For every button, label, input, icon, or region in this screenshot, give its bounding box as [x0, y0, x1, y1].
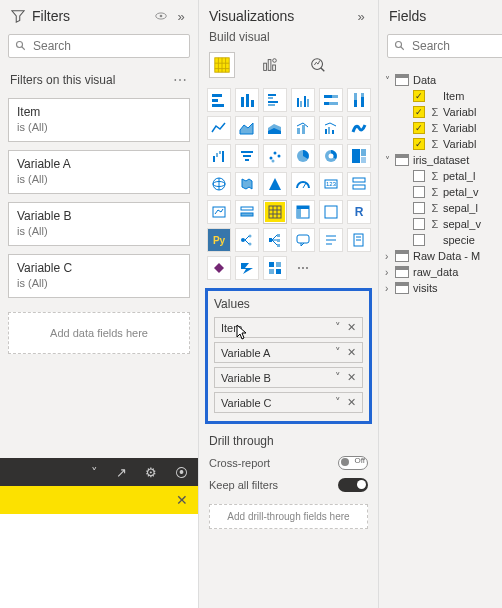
gallery-scatter[interactable] — [263, 144, 287, 168]
gallery-100-column[interactable] — [347, 88, 371, 112]
field-row[interactable]: Σsepal_v — [383, 216, 502, 232]
checkbox[interactable] — [413, 234, 425, 246]
chevron-down-icon[interactable]: ˅ — [335, 371, 341, 384]
gallery-narrative[interactable] — [319, 228, 343, 252]
gallery-line-stacked[interactable] — [291, 116, 315, 140]
table-row[interactable]: ›visits — [383, 280, 502, 296]
gallery-waterfall[interactable] — [207, 144, 231, 168]
chevron-down-icon[interactable]: ˅ — [91, 465, 98, 480]
gallery-treemap[interactable] — [347, 144, 371, 168]
expand-icon[interactable]: › — [385, 283, 395, 294]
checkbox[interactable] — [413, 170, 425, 182]
build-tab[interactable] — [209, 52, 235, 78]
gallery-kpi[interactable] — [207, 200, 231, 224]
gallery-key-influencers[interactable] — [235, 228, 259, 252]
close-icon[interactable]: ✕ — [176, 492, 188, 508]
value-field-pill[interactable]: Variable C ˅ ✕ — [214, 392, 363, 413]
filter-card[interactable]: Item is (All) — [8, 98, 190, 142]
expand-icon[interactable]: ˅ — [385, 75, 395, 86]
remove-icon[interactable]: ✕ — [347, 396, 356, 409]
gallery-stacked-area[interactable] — [263, 116, 287, 140]
remove-icon[interactable]: ✕ — [347, 346, 356, 359]
gallery-multi-row[interactable] — [347, 172, 371, 196]
gallery-area[interactable] — [235, 116, 259, 140]
expand-icon[interactable]: ˅ — [385, 155, 395, 166]
gallery-azure-map[interactable] — [263, 172, 287, 196]
gallery-r-visual[interactable] — [319, 200, 343, 224]
checkbox[interactable] — [413, 138, 425, 150]
checkbox[interactable] — [413, 186, 425, 198]
gallery-clustered-bar[interactable] — [263, 88, 287, 112]
gallery-slicer[interactable] — [235, 200, 259, 224]
table-row[interactable]: ›raw_data — [383, 264, 502, 280]
gallery-qa[interactable] — [291, 228, 315, 252]
gallery-filled-map[interactable] — [235, 172, 259, 196]
filters-drop-zone[interactable]: Add data fields here — [8, 312, 190, 354]
cross-report-toggle[interactable]: Off — [338, 456, 368, 470]
gallery-line[interactable] — [207, 116, 231, 140]
checkbox[interactable] — [413, 90, 425, 102]
gallery-100-bar[interactable] — [319, 88, 343, 112]
chevron-down-icon[interactable]: ˅ — [335, 396, 341, 409]
table-row[interactable]: ˅Data — [383, 72, 502, 88]
gallery-map[interactable] — [207, 172, 231, 196]
gallery-stacked-column[interactable] — [235, 88, 259, 112]
filter-card[interactable]: Variable B is (All) — [8, 202, 190, 246]
checkbox[interactable] — [413, 218, 425, 230]
filters-search-input[interactable] — [33, 39, 183, 53]
gallery-decomp-tree[interactable] — [263, 228, 287, 252]
value-field-pill[interactable]: Variable A ˅ ✕ — [214, 342, 363, 363]
gallery-line-clustered[interactable] — [319, 116, 343, 140]
field-row[interactable]: specie — [383, 232, 502, 248]
more-icon[interactable]: ⋯ — [173, 72, 188, 88]
field-row[interactable]: ΣVariabl — [383, 120, 502, 136]
gallery-donut[interactable] — [319, 144, 343, 168]
fields-search[interactable] — [387, 34, 502, 58]
filter-card[interactable]: Variable C is (All) — [8, 254, 190, 298]
chevron-down-icon[interactable]: ˅ — [335, 346, 341, 359]
checkbox[interactable] — [413, 202, 425, 214]
gallery-python[interactable]: Py — [207, 228, 231, 252]
field-row[interactable]: Σpetal_v — [383, 184, 502, 200]
play-icon[interactable]: ⦿ — [175, 465, 188, 480]
fields-search-input[interactable] — [412, 39, 502, 53]
eye-icon[interactable] — [154, 9, 172, 23]
gallery-paginated[interactable] — [347, 228, 371, 252]
value-field-pill[interactable]: Item ˅ ✕ — [214, 317, 363, 338]
gallery-matrix[interactable] — [291, 200, 315, 224]
filters-search[interactable] — [8, 34, 190, 58]
gallery-ribbon[interactable] — [347, 116, 371, 140]
gallery-pie[interactable] — [291, 144, 315, 168]
field-row[interactable]: Σsepal_l — [383, 200, 502, 216]
expand-icon[interactable]: › — [385, 251, 395, 262]
gallery-table[interactable] — [263, 200, 287, 224]
filter-card[interactable]: Variable A is (All) — [8, 150, 190, 194]
checkbox[interactable] — [413, 122, 425, 134]
analytics-tab[interactable] — [305, 52, 331, 78]
field-row[interactable]: ΣVariabl — [383, 136, 502, 152]
format-tab[interactable] — [257, 52, 283, 78]
collapse-icon[interactable]: » — [172, 9, 190, 24]
drill-through-drop-zone[interactable]: Add drill-through fields here — [209, 504, 368, 529]
checkbox[interactable] — [413, 106, 425, 118]
gallery-stacked-bar[interactable] — [207, 88, 231, 112]
remove-icon[interactable]: ✕ — [347, 321, 356, 334]
gallery-powerautomate[interactable] — [235, 256, 259, 280]
gallery-clustered-column[interactable] — [291, 88, 315, 112]
chevron-down-icon[interactable]: ˅ — [335, 321, 341, 334]
field-row[interactable]: Item — [383, 88, 502, 104]
gear-icon[interactable]: ⚙ — [145, 465, 157, 480]
table-row[interactable]: ˅iris_dataset — [383, 152, 502, 168]
field-row[interactable]: Σpetal_l — [383, 168, 502, 184]
gallery-r[interactable]: R — [347, 200, 371, 224]
gallery-more-icon[interactable]: ⋯ — [291, 256, 315, 280]
table-row[interactable]: ›Raw Data - M — [383, 248, 502, 264]
gallery-card[interactable]: 123 — [319, 172, 343, 196]
remove-icon[interactable]: ✕ — [347, 371, 356, 384]
keep-filters-toggle[interactable] — [338, 478, 368, 492]
gallery-gauge[interactable] — [291, 172, 315, 196]
field-row[interactable]: ΣVariabl — [383, 104, 502, 120]
expand-icon[interactable]: › — [385, 267, 395, 278]
gallery-funnel[interactable] — [235, 144, 259, 168]
value-field-pill[interactable]: Variable B ˅ ✕ — [214, 367, 363, 388]
